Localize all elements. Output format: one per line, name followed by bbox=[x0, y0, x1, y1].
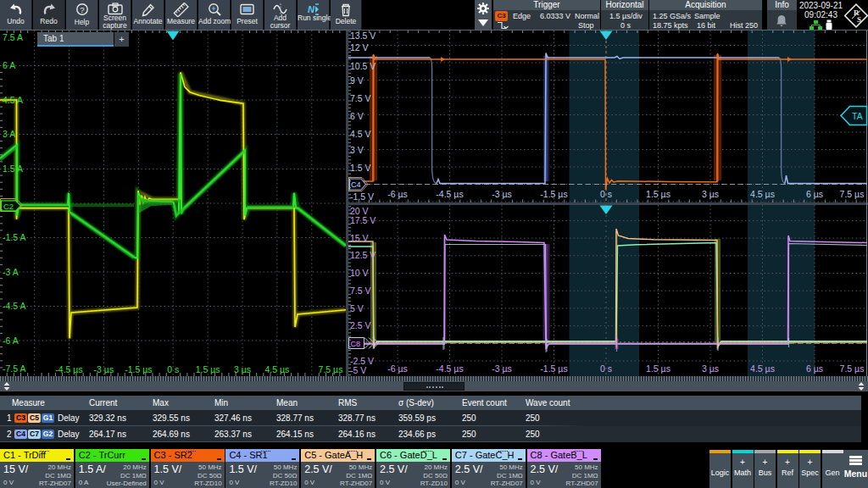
svg-text:7.5 µs: 7.5 µs bbox=[840, 363, 865, 374]
svg-text:C8: C8 bbox=[351, 340, 361, 348]
svg-text:-6 µs: -6 µs bbox=[387, 363, 408, 374]
svg-text:7.5 µs: 7.5 µs bbox=[319, 364, 343, 374]
svg-text:7.5 A: 7.5 A bbox=[3, 32, 23, 42]
svg-text:-4.5 µs: -4.5 µs bbox=[436, 189, 463, 199]
svg-text:6 A: 6 A bbox=[3, 60, 15, 70]
svg-text:4.5 µs: 4.5 µs bbox=[264, 364, 289, 374]
svg-text:C4: C4 bbox=[351, 180, 361, 189]
svg-text:-1.5 V: -1.5 V bbox=[350, 191, 374, 202]
svg-text:10 V: 10 V bbox=[350, 268, 369, 278]
svg-text:3 A: 3 A bbox=[3, 129, 15, 139]
svg-text:4.5 V: 4.5 V bbox=[350, 129, 371, 139]
svg-text:12.5 V: 12.5 V bbox=[350, 250, 376, 260]
svg-text:-6 µs: -6 µs bbox=[387, 189, 408, 199]
svg-text:12 V: 12 V bbox=[350, 42, 369, 53]
svg-text:3 µs: 3 µs bbox=[234, 364, 251, 374]
svg-text:-3 A: -3 A bbox=[3, 267, 19, 277]
svg-text:S: S bbox=[857, 15, 861, 24]
svg-text:6 µs: 6 µs bbox=[806, 189, 823, 199]
svg-text:TA: TA bbox=[852, 111, 863, 121]
svg-text:?: ? bbox=[80, 5, 84, 14]
svg-text:7.5 V: 7.5 V bbox=[350, 286, 371, 296]
svg-text:3 µs: 3 µs bbox=[702, 363, 719, 374]
svg-text:3 µs: 3 µs bbox=[702, 189, 719, 199]
svg-text:4.5 µs: 4.5 µs bbox=[750, 363, 775, 374]
svg-text:4.5 A: 4.5 A bbox=[3, 95, 23, 105]
svg-text:6 V: 6 V bbox=[350, 111, 364, 121]
svg-text:C2: C2 bbox=[3, 202, 14, 211]
svg-text:6 µs: 6 µs bbox=[806, 363, 823, 374]
svg-text:7.5 V: 7.5 V bbox=[350, 93, 371, 103]
svg-text:1.5 µs: 1.5 µs bbox=[646, 363, 670, 374]
svg-text:1.5 V: 1.5 V bbox=[350, 163, 371, 173]
svg-text:-4.5 µs: -4.5 µs bbox=[55, 364, 82, 374]
svg-text:0 s: 0 s bbox=[600, 363, 612, 374]
svg-text:9 V: 9 V bbox=[350, 75, 364, 86]
svg-text:1.5 µs: 1.5 µs bbox=[196, 364, 220, 374]
svg-text:1.5 A: 1.5 A bbox=[3, 164, 23, 174]
svg-text:15 V: 15 V bbox=[350, 233, 369, 243]
svg-text:-1.5 A: -1.5 A bbox=[3, 232, 25, 242]
svg-text:-2.5 V: -2.5 V bbox=[350, 356, 374, 366]
svg-text:5 V: 5 V bbox=[350, 303, 364, 313]
svg-text:1.5 µs: 1.5 µs bbox=[646, 189, 670, 199]
svg-text:-1.5 µs: -1.5 µs bbox=[125, 364, 152, 374]
svg-text:13.5 V: 13.5 V bbox=[350, 30, 376, 41]
svg-text:-3 µs: -3 µs bbox=[492, 189, 512, 199]
svg-text:-5 V: -5 V bbox=[350, 365, 366, 375]
svg-text:20 V: 20 V bbox=[350, 206, 369, 216]
svg-text:2.5 V: 2.5 V bbox=[350, 320, 371, 330]
svg-text:-4.5 A: -4.5 A bbox=[3, 301, 25, 311]
svg-text:17.5 V: 17.5 V bbox=[350, 215, 376, 225]
svg-text:-1.5 µs: -1.5 µs bbox=[540, 363, 567, 374]
svg-text:0 s: 0 s bbox=[600, 189, 612, 199]
svg-text:-6 A: -6 A bbox=[3, 336, 19, 346]
svg-text:-3 µs: -3 µs bbox=[492, 363, 512, 374]
svg-text:0 s: 0 s bbox=[167, 364, 179, 374]
svg-text:3 V: 3 V bbox=[350, 145, 364, 155]
svg-text:10.5 V: 10.5 V bbox=[350, 61, 376, 71]
svg-text:7.5 µs: 7.5 µs bbox=[840, 189, 865, 199]
svg-text:-7.5 A: -7.5 A bbox=[3, 363, 25, 374]
svg-text:4.5 µs: 4.5 µs bbox=[750, 189, 775, 199]
svg-text:-1.5 µs: -1.5 µs bbox=[540, 189, 567, 199]
svg-text:-4.5 µs: -4.5 µs bbox=[436, 363, 463, 374]
